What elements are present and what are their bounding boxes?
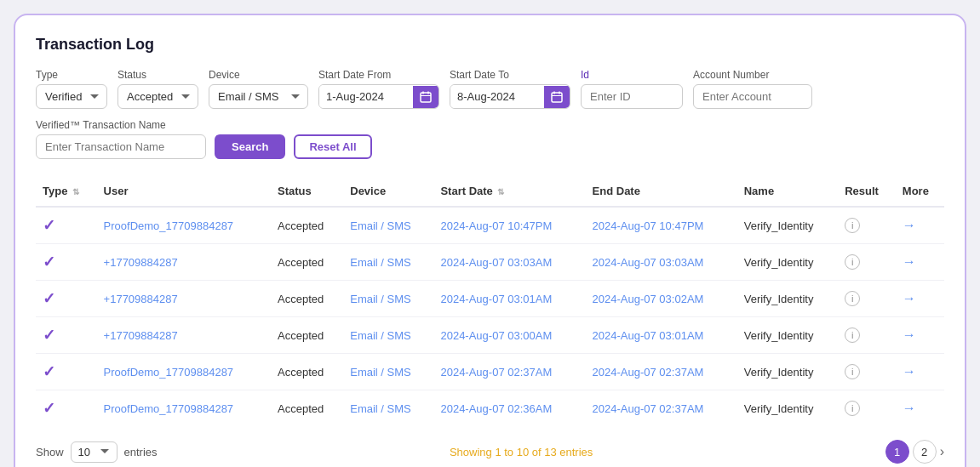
col-status: Status (271, 176, 343, 207)
start-date-link-1[interactable]: 2024-Aug-07 03:03AM (440, 256, 552, 269)
cell-type-4: ✓ (36, 354, 97, 390)
cell-status-5: Accepted (271, 390, 343, 427)
search-button[interactable]: Search (215, 134, 285, 159)
user-link-4[interactable]: ProofDemo_17709884287 (104, 366, 234, 379)
cell-user-5: ProofDemo_17709884287 (97, 390, 271, 427)
cell-result-3: i (838, 317, 896, 354)
info-icon-0[interactable]: i (845, 218, 860, 233)
sort-icon-type[interactable]: ⇅ (72, 187, 79, 196)
cell-user-0: ProofDemo_17709884287 (97, 207, 271, 244)
sort-icon-start[interactable]: ⇅ (497, 187, 504, 196)
arrow-icon-0[interactable]: → (903, 218, 916, 232)
reset-button[interactable]: Reset All (294, 134, 371, 159)
start-date-link-2[interactable]: 2024-Aug-07 03:01AM (440, 293, 552, 305)
status-label: Status (117, 69, 198, 81)
show-label: Show (36, 446, 64, 458)
cell-type-2: ✓ (36, 281, 97, 317)
page-1-button[interactable]: 1 (885, 440, 909, 464)
device-link-5[interactable]: Email / SMS (350, 402, 411, 415)
cell-end-date-4: 2024-Aug-07 02:37AM (586, 354, 737, 390)
info-icon-2[interactable]: i (845, 291, 860, 306)
end-date-link-3[interactable]: 2024-Aug-07 03:01AM (593, 329, 704, 342)
user-link-0[interactable]: ProofDemo_17709884287 (104, 219, 234, 232)
device-link-2[interactable]: Email / SMS (350, 293, 411, 305)
page-next-button[interactable]: › (940, 444, 944, 459)
end-date-link-5[interactable]: 2024-Aug-07 02:37AM (593, 402, 704, 415)
col-end-date: End Date (586, 176, 737, 207)
status-select[interactable]: Accepted Pending Rejected (117, 84, 198, 109)
cell-device-0: Email / SMS (343, 207, 433, 244)
cell-end-date-3: 2024-Aug-07 03:01AM (586, 317, 737, 354)
start-date-link-5[interactable]: 2024-Aug-07 02:36AM (440, 402, 552, 415)
cell-user-4: ProofDemo_17709884287 (97, 354, 271, 390)
col-device: Device (343, 176, 433, 207)
arrow-icon-5[interactable]: → (903, 401, 916, 415)
cell-result-4: i (838, 354, 896, 390)
end-date-calendar-button[interactable] (544, 86, 570, 108)
cell-type-0: ✓ (36, 207, 97, 244)
account-input[interactable] (693, 84, 812, 109)
start-date-link-3[interactable]: 2024-Aug-07 03:00AM (440, 329, 552, 342)
start-date-calendar-button[interactable] (413, 86, 438, 108)
cell-user-1: +17709884287 (97, 244, 271, 281)
cell-device-1: Email / SMS (343, 244, 433, 281)
device-select[interactable]: Email / SMS Authenticator Voice (209, 84, 308, 109)
user-link-2[interactable]: +17709884287 (104, 293, 178, 305)
table-body: ✓ ProofDemo_17709884287 Accepted Email /… (36, 207, 944, 426)
info-icon-3[interactable]: i (845, 327, 860, 343)
cell-status-3: Accepted (271, 317, 343, 354)
type-filter-group: Type Verified All Basic (36, 69, 107, 109)
end-date-label: Start Date To (450, 69, 570, 81)
col-result: Result (838, 176, 896, 207)
end-date-link-0[interactable]: 2024-Aug-07 10:47PM (593, 219, 704, 232)
end-date-link-2[interactable]: 2024-Aug-07 03:02AM (593, 293, 704, 305)
page-2-button[interactable]: 2 (913, 440, 937, 464)
cell-device-4: Email / SMS (343, 354, 433, 390)
user-link-5[interactable]: ProofDemo_17709884287 (104, 402, 234, 415)
table-row: ✓ +17709884287 Accepted Email / SMS 2024… (36, 317, 944, 354)
cell-start-date-0: 2024-Aug-07 10:47PM (433, 207, 585, 244)
cell-result-1: i (838, 244, 896, 281)
transaction-name-input[interactable] (36, 134, 206, 159)
cell-more-4: → (896, 354, 944, 390)
cell-result-5: i (838, 390, 896, 427)
id-input[interactable] (581, 84, 683, 109)
cell-start-date-5: 2024-Aug-07 02:36AM (433, 390, 585, 427)
cell-result-2: i (838, 281, 896, 317)
device-link-1[interactable]: Email / SMS (350, 256, 411, 269)
type-label: Type (36, 69, 107, 81)
info-icon-5[interactable]: i (845, 401, 860, 416)
arrow-icon-2[interactable]: → (903, 291, 916, 305)
end-date-link-4[interactable]: 2024-Aug-07 02:37AM (593, 366, 704, 379)
cell-type-1: ✓ (36, 244, 97, 281)
info-icon-1[interactable]: i (845, 254, 860, 270)
check-icon-3: ✓ (43, 327, 55, 344)
info-icon-4[interactable]: i (845, 364, 860, 379)
check-icon-4: ✓ (43, 363, 55, 380)
user-link-3[interactable]: +17709884287 (104, 329, 178, 342)
arrow-icon-1[interactable]: → (903, 254, 916, 269)
entries-label: entries (124, 446, 158, 458)
start-date-link-4[interactable]: 2024-Aug-07 02:37AM (440, 366, 552, 379)
end-date-link-1[interactable]: 2024-Aug-07 03:03AM (593, 256, 704, 269)
device-link-0[interactable]: Email / SMS (350, 219, 411, 232)
user-link-1[interactable]: +17709884287 (104, 256, 178, 269)
start-date-link-0[interactable]: 2024-Aug-07 10:47PM (440, 219, 552, 232)
show-entries-group: Show 10 25 50 100 entries (36, 441, 158, 463)
device-link-4[interactable]: Email / SMS (350, 366, 411, 379)
cell-status-4: Accepted (271, 354, 343, 390)
end-date-wrap (450, 84, 570, 109)
arrow-icon-3[interactable]: → (903, 327, 916, 342)
svg-rect-4 (552, 93, 562, 102)
start-date-input[interactable] (319, 85, 413, 108)
entries-select[interactable]: 10 25 50 100 (71, 441, 117, 463)
cell-user-2: +17709884287 (97, 281, 271, 317)
type-select[interactable]: Verified All Basic (36, 84, 107, 109)
filters-row-1: Type Verified All Basic Status Accepted … (36, 69, 944, 109)
end-date-input[interactable] (450, 85, 544, 108)
arrow-icon-4[interactable]: → (903, 364, 916, 379)
device-link-3[interactable]: Email / SMS (350, 329, 411, 342)
cell-start-date-1: 2024-Aug-07 03:03AM (433, 244, 585, 281)
cell-end-date-2: 2024-Aug-07 03:02AM (586, 281, 737, 317)
col-name: Name (737, 176, 839, 207)
